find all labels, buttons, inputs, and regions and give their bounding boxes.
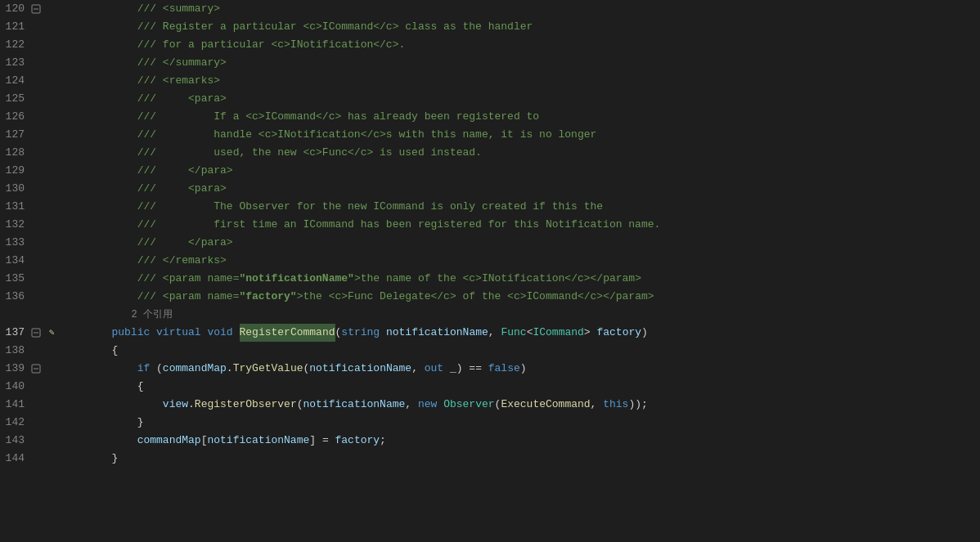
- line-number: 140: [0, 378, 25, 396]
- token: factory: [596, 324, 641, 342]
- gutter-cell: [43, 54, 61, 72]
- token: "notificationName": [239, 270, 353, 288]
- code-line: }: [61, 414, 980, 432]
- gutter-cell: [43, 198, 61, 216]
- gutter-cell: ✎: [43, 324, 61, 342]
- fold-indicator: [29, 198, 43, 216]
- token: RegisterCommand: [240, 324, 335, 342]
- token: /// used, the new <c>Func</c> is used in…: [137, 144, 482, 162]
- token: ));: [628, 396, 647, 414]
- token: >the name of the <c>INotification</c></p…: [354, 270, 641, 288]
- code-line: /// </para>: [61, 162, 980, 180]
- token: if: [137, 360, 151, 378]
- code-line: commandMap[notificationName] = factory;: [61, 432, 980, 450]
- gutter-cell: [43, 270, 61, 288]
- fold-indicator: [29, 342, 43, 360]
- token: /// </remarks>: [137, 252, 227, 270]
- line-number: 142: [0, 414, 25, 432]
- fold-indicator: [29, 378, 43, 396]
- token: /// <remarks>: [137, 72, 220, 90]
- token: ,: [411, 360, 425, 378]
- gutter-cell: [43, 234, 61, 252]
- gutter-cell: [43, 108, 61, 126]
- token: >: [584, 324, 597, 342]
- gutter-cell: [43, 378, 61, 396]
- line-number: 129: [0, 162, 25, 180]
- gutter-cell: [43, 396, 61, 414]
- token: [437, 396, 443, 414]
- token: TryGetValue: [233, 360, 303, 378]
- token: /// </summary>: [137, 54, 227, 72]
- gutter-cell: [43, 36, 61, 54]
- token: /// handle <c>INotification</c>s with th…: [137, 126, 597, 144]
- code-line: /// used, the new <c>Func</c> is used in…: [61, 144, 980, 162]
- line-number: 133: [0, 234, 25, 252]
- gutter-cell: [43, 216, 61, 234]
- fold-indicator: [29, 108, 43, 126]
- gutter-cell: [43, 18, 61, 36]
- fold-indicator: [29, 90, 43, 108]
- token: [: [201, 432, 208, 450]
- editor: 1201211221231241251261271281291301311321…: [0, 0, 980, 542]
- fold-indicator: [29, 54, 43, 72]
- code-line: /// The Observer for the new ICommand is…: [61, 198, 980, 216]
- fold-column[interactable]: [29, 0, 43, 542]
- fold-indicator: [29, 72, 43, 90]
- token: /// </para>: [137, 234, 233, 252]
- token: /// <para>: [137, 180, 227, 198]
- line-number: 121: [0, 18, 25, 36]
- fold-indicator[interactable]: [29, 0, 43, 18]
- token: void: [207, 324, 232, 342]
- line-number: [0, 306, 25, 324]
- gutter-cell: [43, 162, 61, 180]
- line-number: 128: [0, 144, 25, 162]
- line-number: 139: [0, 360, 25, 378]
- fold-indicator: [29, 432, 43, 450]
- token: /// <param name=: [137, 270, 240, 288]
- token: public: [111, 324, 150, 342]
- line-number: 127: [0, 126, 25, 144]
- token: notificationName: [207, 432, 309, 450]
- reference-count: 2 个引用: [61, 306, 173, 324]
- code-line: /// <param name="notificationName">the n…: [61, 270, 980, 288]
- fold-indicator[interactable]: [29, 324, 43, 342]
- edit-icon: ✎: [49, 324, 55, 342]
- code-line: }: [61, 450, 980, 468]
- token: }: [137, 414, 144, 432]
- token: false: [488, 360, 520, 378]
- token: "factory": [239, 288, 296, 306]
- line-number: 136: [0, 288, 25, 306]
- token: commandMap: [137, 432, 201, 450]
- token: ICommand: [533, 324, 583, 342]
- token: new: [418, 396, 437, 414]
- token: RegisterObserver: [195, 396, 297, 414]
- token: ,: [591, 396, 604, 414]
- gutter-cell: [43, 0, 61, 18]
- gutter-cell: [43, 144, 61, 162]
- token: .: [188, 396, 195, 414]
- token: ): [520, 360, 527, 378]
- fold-indicator: [29, 180, 43, 198]
- code-line: {: [61, 342, 980, 360]
- line-number: 144: [0, 450, 25, 468]
- token: notificationName: [309, 360, 411, 378]
- line-numbers-column: 1201211221231241251261271281291301311321…: [0, 0, 29, 542]
- token: ): [641, 324, 648, 342]
- token: [233, 324, 240, 342]
- token: out: [425, 360, 443, 378]
- token: ] =: [309, 432, 335, 450]
- line-number: 124: [0, 72, 25, 90]
- code-line: /// <para>: [61, 90, 980, 108]
- token: this: [603, 396, 628, 414]
- gutter-cell: [43, 72, 61, 90]
- code-line: /// <remarks>: [61, 72, 980, 90]
- fold-indicator[interactable]: [29, 360, 43, 378]
- token: (: [150, 360, 163, 378]
- fold-indicator: [29, 216, 43, 234]
- token: /// Register a particular <c>ICommand</c…: [137, 18, 533, 36]
- fold-indicator: [29, 36, 43, 54]
- code-line: 2 个引用: [61, 306, 980, 324]
- fold-indicator: [29, 252, 43, 270]
- gutter-cell: [43, 90, 61, 108]
- code-line: {: [61, 378, 980, 396]
